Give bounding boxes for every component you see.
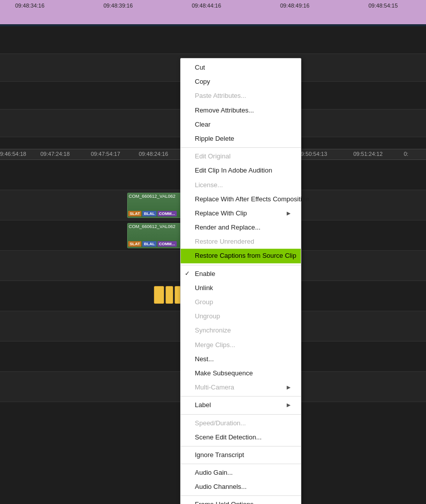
menu-make-subsequence[interactable]: Make Subsequence: [181, 366, 301, 380]
menu-merge-clips: Merge Clips...: [181, 338, 301, 352]
menu-synchronize: Synchronize: [181, 323, 301, 338]
menu-frame-hold-options[interactable]: Frame Hold Options...: [181, 497, 301, 504]
separator-1: [181, 147, 301, 148]
clip-green-2[interactable]: COM_660612_VAL062 SLAT BLAL COMM...: [127, 223, 183, 248]
separator-4: [181, 414, 301, 415]
menu-ignore-transcript[interactable]: Ignore Transcript: [181, 448, 301, 462]
clip-yellow-2[interactable]: [166, 286, 173, 304]
menu-edit-original: Edit Original: [181, 149, 301, 163]
menu-speed-duration: Speed/Duration...: [181, 416, 301, 430]
ltc-1: 09:47:24:18: [40, 151, 70, 157]
top-ruler: 09:48:34:16 09:48:39:16 09:48:44:16 09:4…: [0, 0, 426, 19]
purple-strip: [0, 19, 426, 24]
clip-label-2: COM_660612_VAL062: [128, 223, 182, 230]
menu-copy[interactable]: Copy: [181, 75, 301, 89]
menu-render-replace[interactable]: Render and Replace...: [181, 220, 301, 235]
sub-label-blal: BLAL: [142, 211, 156, 216]
clip-green-1[interactable]: COM_660612_VAL062 SLAT BLAL COMM...: [127, 193, 183, 218]
timecode-1: 09:48:34:16: [15, 3, 44, 9]
arrow-label: ▶: [287, 402, 291, 409]
ltc-0: 9:46:54:18: [0, 151, 26, 157]
menu-restore-unrendered: Restore Unrendered: [181, 235, 301, 249]
menu-group: Group: [181, 295, 301, 309]
checkmark-enable: ✓: [185, 269, 190, 278]
track-row-1: [0, 26, 426, 54]
ltc-8: 0:: [404, 151, 408, 157]
separator-6: [181, 464, 301, 464]
menu-replace-after-effects[interactable]: Replace With After Effects Composition: [181, 192, 301, 206]
sub-label-comm: COMM...: [157, 211, 177, 216]
timecode-5: 09:48:54:15: [368, 3, 398, 9]
menu-ripple-delete[interactable]: Ripple Delete: [181, 132, 301, 146]
clip-sub-labels-1: SLAT BLAL COMM...: [128, 211, 182, 216]
menu-scene-edit-detection[interactable]: Scene Edit Detection...: [181, 430, 301, 444]
menu-replace-with-clip[interactable]: Replace With Clip ▶: [181, 206, 301, 220]
menu-nest[interactable]: Nest...: [181, 352, 301, 366]
sub-label-slat-2: SLAT: [128, 241, 141, 247]
menu-remove-attributes[interactable]: Remove Attributes...: [181, 103, 301, 118]
menu-edit-clip-audition[interactable]: Edit Clip In Adobe Audition: [181, 163, 301, 178]
menu-audio-gain[interactable]: Audio Gain...: [181, 466, 301, 480]
ltc-7: 09:51:24:12: [353, 151, 383, 157]
menu-label[interactable]: Label ▶: [181, 398, 301, 412]
clip-yellow-1[interactable]: [154, 286, 164, 304]
separator-3: [181, 396, 301, 397]
sub-label-comm-2: COMM...: [157, 241, 177, 247]
sub-label-blal-2: BLAL: [142, 241, 156, 247]
timecode-4: 09:48:49:16: [280, 3, 309, 9]
menu-paste-attributes: Paste Attributes...: [181, 89, 301, 103]
ltc-3: 09:48:24:16: [139, 151, 168, 157]
ltc-6: 09:50:54:13: [298, 151, 327, 157]
timecode-3: 09:48:44:16: [192, 3, 221, 9]
menu-ungroup: Ungroup: [181, 309, 301, 323]
ltc-2: 09:47:54:17: [91, 151, 120, 157]
timecode-2: 09:48:39:16: [103, 3, 133, 9]
menu-unlink[interactable]: Unlink: [181, 281, 301, 295]
menu-cut[interactable]: Cut: [181, 61, 301, 75]
separator-2: [181, 265, 301, 265]
menu-multi-camera: Multi-Camera ▶: [181, 380, 301, 395]
context-menu: Cut Copy Paste Attributes... Remove Attr…: [180, 58, 301, 504]
menu-license: License...: [181, 178, 301, 192]
menu-audio-channels[interactable]: Audio Channels...: [181, 480, 301, 494]
menu-clear[interactable]: Clear: [181, 118, 301, 132]
menu-enable[interactable]: ✓ Enable: [181, 267, 301, 281]
sub-label-slat: SLAT: [128, 211, 141, 216]
arrow-replace-with-clip: ▶: [287, 210, 291, 217]
separator-5: [181, 446, 301, 446]
clip-sub-labels-2: SLAT BLAL COMM...: [128, 241, 182, 247]
clip-label-1: COM_660612_VAL062: [128, 193, 182, 199]
separator-7: [181, 495, 301, 496]
menu-restore-captions[interactable]: Restore Captions from Source Clip: [181, 249, 301, 263]
arrow-multi-camera: ▶: [287, 384, 291, 391]
